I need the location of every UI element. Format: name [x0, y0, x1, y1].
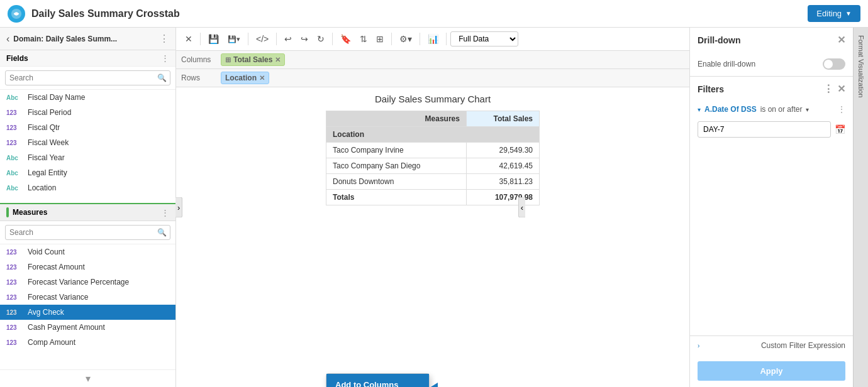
filters-close-icon[interactable]: ✕ [837, 83, 845, 95]
fields-menu-icon[interactable]: ⋮ [161, 53, 169, 63]
measures-search-input[interactable] [5, 225, 170, 240]
fields-list: Abc Fiscal Day Name 123 Fiscal Period 12… [0, 90, 175, 203]
fields-label: Fields [6, 54, 28, 63]
app-logo [8, 5, 25, 23]
main-layout: ‹ Domain: Daily Sales Summ... ⋮ Fields ⋮… [0, 28, 868, 387]
sidebar-menu-icon[interactable]: ⋮ [159, 33, 169, 45]
right-expand-icon[interactable]: ‹ [518, 197, 525, 218]
field-label: Forecast Amount [28, 263, 85, 271]
field-item-fiscal-year[interactable]: Abc Fiscal Year [0, 150, 175, 165]
field-item-fiscal-day-name[interactable]: Abc Fiscal Day Name [0, 90, 175, 105]
save-as-button[interactable]: 💾▾ [224, 33, 244, 46]
fields-search-box: 🔍 [0, 67, 175, 90]
table-row-donuts[interactable]: Donuts Downtown 35,811.23 [326, 174, 540, 190]
left-sidebar: ‹ Domain: Daily Sales Summ... ⋮ Fields ⋮… [0, 28, 176, 387]
grid-button[interactable]: ⊞ [372, 31, 387, 46]
drill-down-content: Enable drill-down [690, 52, 853, 76]
dashed-arrow [428, 383, 505, 387]
field-item-location[interactable]: Abc Location [0, 180, 175, 195]
measures-section-header: Measures ⋮ [0, 203, 175, 221]
chart-title: Daily Sales Summary Chart [182, 94, 683, 104]
measure-item-cash-payment-amount[interactable]: 123 Cash Payment Amount [0, 320, 175, 335]
measure-item-void-count[interactable]: 123 Void Count [0, 244, 175, 259]
filter-operator-chevron-icon[interactable]: ▾ [806, 106, 809, 113]
close-button[interactable]: ✕ [181, 31, 196, 46]
arrow-head-icon [428, 383, 438, 387]
measures-menu-icon[interactable]: ⋮ [161, 208, 169, 217]
code-button[interactable]: </> [252, 31, 272, 46]
sidebar-scroll-down-icon[interactable]: ▾ [0, 369, 175, 387]
filter-condition-row: ▾ A.Date Of DSS is on or after ▾ ⋮ [690, 101, 853, 117]
measure-item-forecast-variance[interactable]: 123 Forecast Variance [0, 290, 175, 305]
settings-button[interactable]: ⚙▾ [396, 31, 416, 46]
measure-item-forecast-amount[interactable]: 123 Forecast Amount [0, 259, 175, 275]
drill-down-close-icon[interactable]: ✕ [837, 34, 845, 46]
drill-down-toggle[interactable] [823, 58, 845, 70]
filters-header-right: ⋮ ✕ [823, 83, 845, 95]
location-tag[interactable]: Location ✕ [221, 72, 269, 84]
total-sales-close-icon[interactable]: ✕ [275, 56, 281, 64]
filter-field-label[interactable]: A.Date Of DSS [704, 105, 757, 114]
field-type-num: 123 [6, 294, 24, 301]
context-menu-add-to-columns[interactable]: Add to Columns [326, 374, 429, 387]
field-item-legal-entity[interactable]: Abc Legal Entity [0, 165, 175, 180]
save-button[interactable]: 💾 [204, 31, 223, 46]
total-sales-tag[interactable]: ⊞ Total Sales ✕ [221, 53, 285, 66]
custom-filter-label: Custom Filter Expression [761, 341, 845, 350]
totals-value: 107,979.98 [466, 190, 539, 205]
enable-drill-down-row: Enable drill-down [698, 58, 845, 70]
table-header-total-sales: Total Sales [466, 111, 539, 127]
measure-item-forecast-variance-percentage[interactable]: 123 Forecast Variance Percentage [0, 275, 175, 290]
filter-row-menu-icon[interactable]: ⋮ [838, 105, 845, 114]
context-menu: Add to Columns Create Filter Use as Fiel… [326, 373, 430, 387]
field-label: Forecast Variance [28, 293, 89, 302]
field-label: Avg Check [28, 308, 64, 317]
field-type-num: 123 [6, 279, 24, 286]
filter-expand-icon[interactable]: ▾ [698, 106, 701, 113]
editing-button[interactable]: Editing ▼ [808, 5, 860, 22]
columns-label: Columns [181, 55, 216, 64]
separator-6 [420, 33, 420, 45]
location-group-header: Location [326, 127, 540, 143]
drill-down-title: Drill-down [698, 35, 740, 45]
undo-button[interactable]: ↩ [281, 31, 296, 46]
table-row-irvine[interactable]: Taco Company Irvine 29,549.30 [326, 143, 540, 158]
filter-value-input[interactable] [698, 121, 831, 138]
measures-label: Measures [13, 208, 47, 217]
tag-grid-icon: ⊞ [225, 56, 231, 64]
filter-input-row: 📅 [690, 117, 853, 141]
field-type-num: 123 [6, 324, 24, 331]
measure-item-comp-amount[interactable]: 123 Comp Amount [0, 335, 175, 350]
sidebar-back-icon[interactable]: ‹ [6, 33, 9, 45]
apply-button[interactable]: Apply [698, 361, 845, 381]
field-item-fiscal-period[interactable]: 123 Fiscal Period [0, 105, 175, 120]
measure-item-avg-check[interactable]: 123 Avg Check [0, 305, 175, 320]
redo-button[interactable]: ↪ [297, 31, 312, 46]
sort-button[interactable]: ⇅ [356, 31, 371, 46]
location-close-icon[interactable]: ✕ [259, 74, 265, 82]
field-item-fiscal-week[interactable]: 123 Fiscal Week [0, 135, 175, 150]
filter-operator-label: is on or after [760, 105, 803, 114]
data-mode-select[interactable]: Full Data Sample Data [450, 31, 518, 46]
columns-row: Columns ⊞ Total Sales ✕ [176, 51, 689, 69]
custom-filter-section[interactable]: › Custom Filter Expression [690, 335, 853, 355]
custom-filter-chevron-icon: › [698, 342, 699, 349]
right-sidebar: Drill-down ✕ Enable drill-down Filters ⋮… [689, 28, 853, 387]
calendar-icon[interactable]: 📅 [835, 124, 845, 134]
table-header-measures: Measures [326, 111, 467, 127]
filters-section: Filters ⋮ ✕ ▾ A.Date Of DSS is on or aft… [690, 77, 853, 387]
bookmark-button[interactable]: 🔖 [337, 31, 355, 46]
filters-menu-icon[interactable]: ⋮ [823, 83, 833, 95]
format-visualization-tab[interactable]: Format Visualization [853, 28, 868, 387]
value-donuts: 35,811.23 [466, 174, 539, 190]
separator-5 [391, 33, 392, 45]
fields-search-input[interactable] [5, 70, 170, 85]
chart-button[interactable]: 📊 [424, 31, 442, 46]
field-type-num: 123 [6, 124, 24, 131]
filters-title: Filters [698, 84, 724, 94]
refresh-button[interactable]: ↻ [313, 31, 328, 46]
left-expand-icon[interactable]: › [175, 197, 182, 218]
table-row-san-diego[interactable]: Taco Company San Diego 42,619.45 [326, 158, 540, 174]
field-type-num: 123 [6, 249, 24, 256]
field-item-fiscal-qtr[interactable]: 123 Fiscal Qtr [0, 120, 175, 135]
